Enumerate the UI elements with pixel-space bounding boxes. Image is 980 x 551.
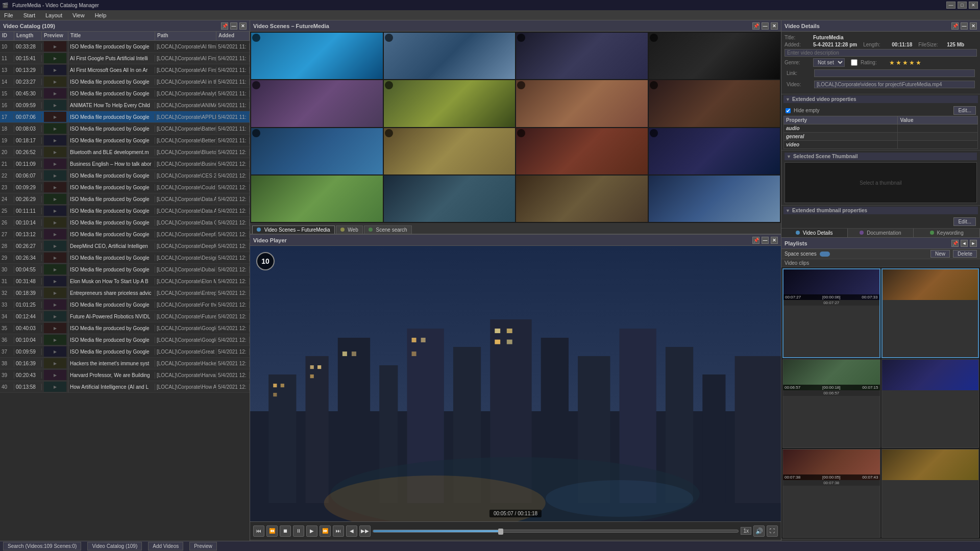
new-playlist-btn[interactable]: New xyxy=(930,250,950,258)
tab-video-details[interactable]: Video Details xyxy=(781,229,848,237)
scene-thumb[interactable] xyxy=(649,33,780,79)
table-row[interactable]: 25 00:11:11 ▶ ISO Media file produced by… xyxy=(0,205,250,217)
status-add-videos[interactable]: Add Videos xyxy=(148,542,183,550)
table-row[interactable]: 16 00:09:59 ▶ ANIMATE How To Help Every … xyxy=(0,99,250,111)
table-row[interactable]: 18 00:08:03 ▶ ISO Media file produced by… xyxy=(0,123,250,135)
star-rating[interactable]: ★ ★ ★ ★ ★ xyxy=(889,59,921,66)
menu-file[interactable]: File xyxy=(2,11,15,19)
scene-thumb[interactable] xyxy=(384,80,516,127)
clip-item[interactable]: 00:06:57 [00:00:18] 00:07:15 00:06:57 xyxy=(782,359,880,448)
scene-thumb[interactable] xyxy=(251,128,383,174)
col-title[interactable]: Title xyxy=(68,32,155,40)
table-row[interactable]: 33 01:01:25 ▶ ISO Media file produced by… xyxy=(0,299,250,311)
col-length[interactable]: Length xyxy=(14,32,42,40)
table-row[interactable]: 39 00:20:43 ▶ Harvard Professor, We are … xyxy=(0,369,250,381)
maximize-button[interactable]: □ xyxy=(958,2,967,9)
scene-thumb[interactable] xyxy=(516,80,648,127)
table-row[interactable]: 17 00:07:06 ▶ ISO Media file produced by… xyxy=(0,111,250,123)
table-row[interactable]: 40 00:13:58 ▶ How Artificial Intelligenc… xyxy=(0,381,250,393)
table-row[interactable]: 38 00:16:39 ▶ Hackers the internet's imm… xyxy=(0,358,250,369)
tab-web[interactable]: Web xyxy=(336,226,363,234)
table-row[interactable]: 36 00:10:04 ▶ ISO Media file produced by… xyxy=(0,334,250,346)
ext-props-toggle[interactable]: ▼ xyxy=(786,97,790,102)
table-row[interactable]: 14 00:23:27 ▶ ISO Media file produced by… xyxy=(0,76,250,88)
progress-handle[interactable] xyxy=(498,529,503,535)
table-row[interactable]: 22 00:06:07 ▶ ISO Media file produced by… xyxy=(0,170,250,182)
table-row[interactable]: 15 00:45:30 ▶ ISO Media file produced by… xyxy=(0,88,250,99)
delete-playlist-btn[interactable]: Delete xyxy=(953,250,977,258)
stop-btn[interactable]: ⏹ xyxy=(280,525,291,537)
details-close-btn[interactable]: ✕ xyxy=(970,22,977,30)
clip-item[interactable] xyxy=(881,359,979,448)
menu-view[interactable]: View xyxy=(70,11,87,19)
genre-select[interactable]: Not set xyxy=(813,58,845,67)
col-added[interactable]: Added xyxy=(216,32,250,40)
col-id[interactable]: ID xyxy=(0,32,14,40)
details-minimize-btn[interactable]: — xyxy=(961,22,968,30)
player-minimize-btn[interactable]: — xyxy=(762,237,769,244)
table-row[interactable]: 31 00:31:48 ▶ Elon Musk on How To Start … xyxy=(0,276,250,287)
col-preview[interactable]: Preview xyxy=(42,32,68,40)
prev-btn[interactable]: ⏪ xyxy=(266,525,278,537)
table-row[interactable]: 24 00:26:29 ▶ ISO Media file produced by… xyxy=(0,193,250,205)
scene-thumb[interactable] xyxy=(251,80,383,127)
fast-btn[interactable]: ▶▶ xyxy=(359,525,371,537)
scene-thumb[interactable] xyxy=(649,80,780,127)
table-row[interactable]: 21 00:11:09 ▶ Business English – How to … xyxy=(0,158,250,170)
table-row[interactable]: 30 00:04:55 ▶ ISO Media file produced by… xyxy=(0,264,250,276)
tab-keywording[interactable]: Keywording xyxy=(914,229,980,237)
star-2[interactable]: ★ xyxy=(896,59,901,66)
next-btn[interactable]: ⏩ xyxy=(320,525,331,537)
table-row[interactable]: 29 00:26:34 ▶ ISO Media file produced by… xyxy=(0,252,250,264)
star-4[interactable]: ★ xyxy=(909,59,915,66)
player-viewport[interactable]: 10 00:05:07 / 00:11:18 xyxy=(250,246,781,521)
table-row[interactable]: 23 00:09:29 ▶ ISO Media file produced by… xyxy=(0,182,250,193)
scene-thumb[interactable] xyxy=(384,176,516,222)
clip-item[interactable] xyxy=(881,268,979,358)
table-row[interactable]: 11 00:15:41 ▶ AI First Google Puts Artif… xyxy=(0,53,250,64)
skip-back-btn[interactable]: ⏮ xyxy=(253,525,264,537)
slow-btn[interactable]: ◀ xyxy=(346,525,357,537)
pause-btn[interactable]: ⏸ xyxy=(293,525,304,537)
ext-props-edit-btn[interactable]: Edit... xyxy=(953,106,976,115)
player-pin-btn[interactable]: 📌 xyxy=(752,237,760,244)
details-pin-btn[interactable]: 📌 xyxy=(951,22,959,30)
close-button[interactable]: ✕ xyxy=(969,2,978,9)
fullscreen-btn[interactable]: ⛶ xyxy=(767,525,778,537)
player-header-controls[interactable]: 📌 — ✕ xyxy=(752,237,778,244)
tab-documentation[interactable]: Documentation xyxy=(848,229,914,237)
description-input[interactable] xyxy=(785,49,977,57)
clip-item[interactable]: 00:07:38 [00:00:05] 00:07:43 00:07:38 xyxy=(782,449,880,538)
tab-video-scenes[interactable]: Video Scenes – FutureMedia xyxy=(252,226,335,234)
menu-start[interactable]: Start xyxy=(21,11,37,19)
playlists-pin-btn[interactable]: 📌 xyxy=(951,240,959,247)
catalog-header-controls[interactable]: 📌 — ✕ xyxy=(221,22,247,30)
playlists-prev-btn[interactable]: ◄ xyxy=(961,240,968,247)
table-row[interactable]: 34 00:12:44 ▶ Future AI-Powered Robotics… xyxy=(0,311,250,322)
thumb-placeholder[interactable]: Select a thumbnail xyxy=(785,162,977,203)
status-catalog[interactable]: Video Catalog (109) xyxy=(87,542,142,550)
window-controls[interactable]: — □ ✕ xyxy=(946,2,978,9)
scenes-minimize-btn[interactable]: — xyxy=(762,22,769,30)
table-row[interactable]: 26 00:10:14 ▶ ISO Media file produced by… xyxy=(0,217,250,229)
ext-thumb-toggle[interactable]: ▼ xyxy=(786,208,790,213)
star-1[interactable]: ★ xyxy=(889,59,895,66)
scene-thumb[interactable] xyxy=(516,176,648,222)
col-path[interactable]: Path xyxy=(155,32,216,40)
clip-item[interactable] xyxy=(881,449,979,538)
table-row[interactable]: 35 00:40:03 ▶ ISO Media file produced by… xyxy=(0,322,250,334)
clip-item[interactable]: 00:07:27 [00:00:06] 00:07:33 00:07:27 xyxy=(782,268,880,358)
minimize-button[interactable]: — xyxy=(946,2,955,9)
star-3[interactable]: ★ xyxy=(902,59,908,66)
hide-empty-checkbox[interactable] xyxy=(786,108,791,113)
scene-thumb-toggle[interactable]: ▼ xyxy=(787,154,791,159)
catalog-pin-btn[interactable]: 📌 xyxy=(221,22,228,30)
scene-thumb[interactable] xyxy=(251,33,383,79)
table-row[interactable]: 27 00:13:12 ▶ ISO Media file produced by… xyxy=(0,229,250,240)
star-5[interactable]: ★ xyxy=(916,59,921,66)
progress-bar[interactable] xyxy=(373,530,739,533)
menu-layout[interactable]: Layout xyxy=(43,11,64,19)
video-path-input[interactable] xyxy=(814,81,975,88)
space-toggle[interactable] xyxy=(820,252,830,257)
table-row[interactable]: 32 00:18:39 ▶ Entrepreneurs share pricel… xyxy=(0,287,250,299)
